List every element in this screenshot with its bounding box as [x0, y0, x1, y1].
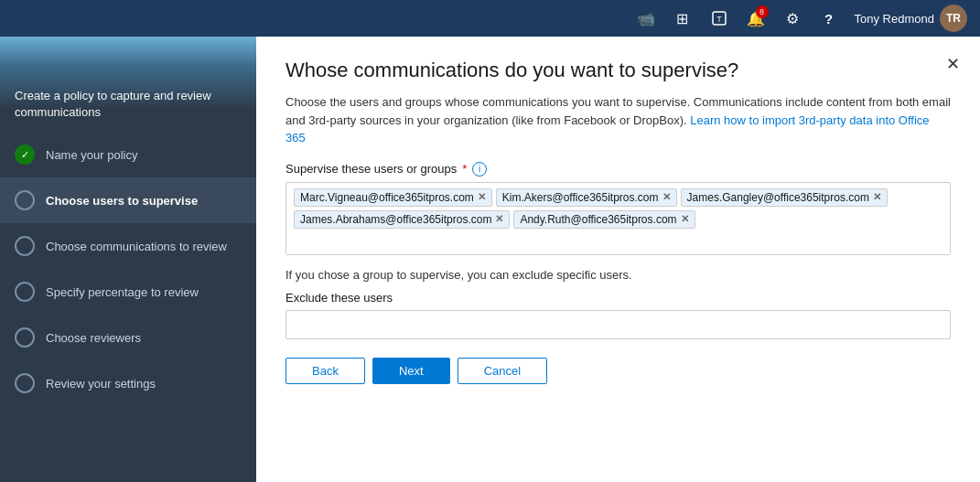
exclude-note: If you chose a group to supervise, you c…: [285, 268, 951, 282]
tag-andy-ruth: Andy.Ruth@office365itpros.com ✕: [513, 210, 695, 229]
exclude-input[interactable]: [285, 310, 951, 339]
step-review-settings[interactable]: Review your settings: [0, 360, 256, 406]
step-3-label: Choose communications to review: [46, 240, 227, 253]
teams-icon[interactable]: T: [703, 2, 736, 35]
tag-email: Marc.Vigneau@office365itpros.com: [300, 191, 474, 204]
supervise-tags-input[interactable]: Marc.Vigneau@office365itpros.com ✕ Kim.A…: [285, 182, 951, 255]
help-icon[interactable]: ?: [813, 2, 845, 35]
content-area: ✕ Whose communications do you want to su…: [256, 37, 980, 482]
sidebar: Create a policy to capture and review co…: [0, 37, 256, 482]
info-icon[interactable]: i: [472, 162, 487, 177]
step-2-label: Choose users to supervise: [46, 194, 198, 208]
step-specify-percentage[interactable]: Specify percentage to review: [0, 269, 256, 315]
step-choose-communications[interactable]: Choose communications to review: [0, 223, 256, 269]
tag-close-marc[interactable]: ✕: [478, 191, 486, 203]
step-name-policy[interactable]: ✓ Name your policy: [0, 132, 256, 177]
supervise-label: Supervise these users or groups * i: [285, 162, 951, 177]
step-6-label: Review your settings: [46, 377, 156, 391]
step-1-label: Name your policy: [46, 148, 137, 162]
svg-text:T: T: [716, 15, 722, 24]
exclude-label: Exclude these users: [285, 291, 951, 305]
tag-email: Andy.Ruth@office365itpros.com: [520, 213, 676, 226]
main-layout: Create a policy to capture and review co…: [0, 37, 980, 482]
step-choose-users[interactable]: Choose users to supervise: [0, 177, 256, 223]
next-button[interactable]: Next: [372, 358, 450, 384]
user-name: Tony Redmond: [855, 12, 934, 26]
tag-marc-vigneau: Marc.Vigneau@office365itpros.com ✕: [294, 188, 492, 207]
step-choose-reviewers[interactable]: Choose reviewers: [0, 315, 256, 360]
page-title: Whose communications do you want to supe…: [285, 59, 951, 82]
close-button[interactable]: ✕: [940, 51, 965, 77]
tag-close-james-a[interactable]: ✕: [495, 213, 503, 225]
step-3-circle: [15, 236, 35, 256]
step-5-label: Choose reviewers: [46, 331, 141, 345]
cancel-button[interactable]: Cancel: [458, 358, 547, 384]
tag-close-andy[interactable]: ✕: [681, 213, 689, 225]
tag-james-abrahams: James.Abrahams@office365itpros.com ✕: [294, 210, 510, 229]
required-marker: *: [462, 162, 467, 176]
tag-james-gangley: James.Gangley@office365itpros.com ✕: [681, 188, 888, 207]
tag-email: James.Gangley@office365itpros.com: [687, 191, 869, 204]
user-section[interactable]: Tony Redmond TR: [849, 5, 973, 32]
sidebar-header: Create a policy to capture and review co…: [0, 73, 256, 132]
step-4-circle: [15, 282, 35, 302]
avatar-initials: TR: [946, 12, 961, 25]
sidebar-steps: ✓ Name your policy Choose users to super…: [0, 132, 256, 482]
top-nav: 📹 ⊞ T 🔔 8 ⚙ ? Tony Redmond TR: [0, 0, 980, 37]
notification-badge: 8: [756, 5, 769, 18]
action-buttons: Back Next Cancel: [285, 358, 951, 384]
avatar: TR: [940, 5, 967, 32]
tag-kim-akers: Kim.Akers@office365itpros.com ✕: [496, 188, 677, 207]
bell-icon[interactable]: 🔔 8: [739, 2, 772, 35]
step-2-circle: [15, 190, 35, 210]
back-button[interactable]: Back: [285, 358, 365, 384]
tag-close-james-g[interactable]: ✕: [873, 191, 881, 203]
tag-close-kim[interactable]: ✕: [662, 191, 671, 203]
step-6-circle: [15, 373, 35, 393]
settings-icon[interactable]: ⚙: [776, 2, 809, 35]
tag-email: Kim.Akers@office365itpros.com: [502, 191, 659, 204]
video-icon[interactable]: 📹: [630, 2, 662, 35]
step-1-circle: ✓: [15, 145, 35, 165]
tag-email: James.Abrahams@office365itpros.com: [300, 213, 491, 226]
step-4-label: Specify percentage to review: [46, 285, 199, 299]
grid-icon[interactable]: ⊞: [666, 2, 699, 35]
content-description: Choose the users and groups whose commun…: [285, 93, 951, 147]
step-5-circle: [15, 327, 35, 348]
